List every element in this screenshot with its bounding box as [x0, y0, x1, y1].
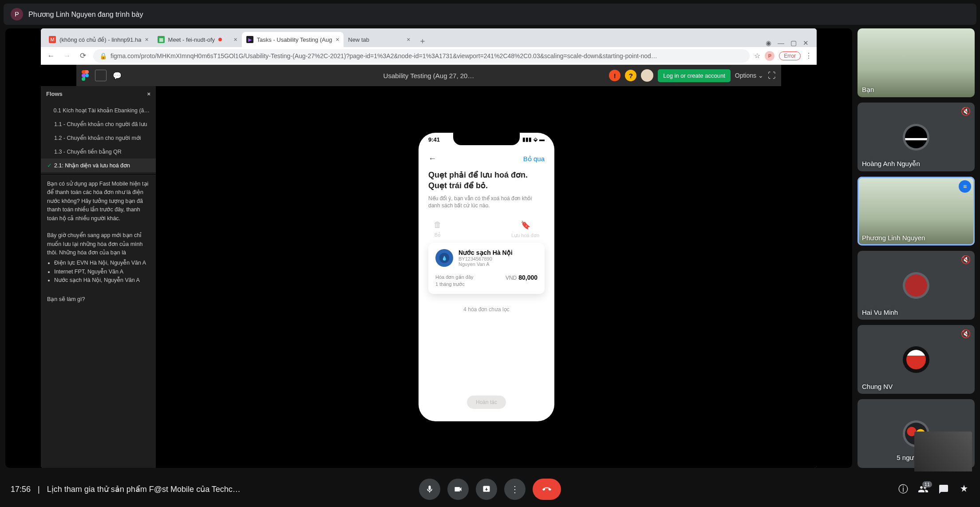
tab-label: Meet - fei-nudt-ofy — [168, 36, 215, 43]
tab-strip: M (không có chủ đề) - linhnp91.ha × ▦ Me… — [41, 28, 817, 47]
battery-icon: ▬ — [539, 136, 545, 143]
flow-item[interactable]: 0.1 Kích hoạt Tài khoản Ebanking (ă… — [41, 103, 156, 117]
options-dropdown[interactable]: Options ⌄ — [735, 72, 763, 79]
close-window-icon[interactable]: ✕ — [803, 39, 809, 47]
bill-amount: VND 80,000 — [506, 274, 537, 288]
leave-call-button[interactable] — [533, 479, 561, 500]
participant-name: Hoàng Anh Nguyễn — [862, 160, 920, 168]
close-icon[interactable]: × — [233, 36, 237, 43]
panel-toggle-button[interactable] — [95, 70, 107, 81]
participant-name: Chung NV — [862, 383, 893, 390]
flows-panel: Flows × 0.1 Kích hoạt Tài khoản Ebanking… — [41, 86, 156, 468]
flow-notes: Bạn có sử dụng app Fast Mobile hiện tại … — [41, 174, 156, 309]
maximize-icon[interactable]: ▢ — [790, 39, 797, 47]
phone-back-button[interactable]: ← — [428, 154, 436, 163]
phone-skip-button[interactable]: Bỏ qua — [523, 155, 545, 163]
close-icon[interactable]: × — [407, 36, 410, 43]
video-tile[interactable]: 🔇 Chung NV — [858, 325, 975, 394]
mic-muted-icon: 🔇 — [960, 254, 971, 265]
address-bar: ← → ⟳ 🔒 figma.com/proto/MHKmXImnqH0m6sT1… — [41, 47, 817, 65]
figma-file-title: Usability Testing (Aug 27, 20… — [383, 72, 474, 79]
meeting-title: Lịch tham gia thử sản phẩm F@st Mobile c… — [47, 484, 241, 494]
close-icon[interactable]: × — [145, 36, 148, 43]
meet-favicon: ▦ — [158, 36, 165, 43]
browser-tab[interactable]: ▶ Tasks - Usability Testing (Aug × — [242, 32, 344, 47]
screen-title: Quẹt trái để bỏ. — [428, 180, 545, 191]
participant-name: Phương Linh Nguyen — [862, 234, 925, 242]
screen-subtitle: Nếu đổi ý, bạn vẫn có thể xoá hoá đơn kh… — [428, 195, 545, 210]
url-bar[interactable]: 🔒 figma.com/proto/MHKmXImnqH0m6sT15GOl1G… — [93, 49, 750, 63]
camera-button[interactable] — [447, 479, 469, 500]
screen-title: Quẹt phải để lưu hoá đơn. — [428, 170, 545, 180]
browser-tab[interactable]: ▦ Meet - fei-nudt-ofy × — [153, 32, 242, 47]
help-icon[interactable]: ? — [625, 70, 636, 81]
swipe-left-hint: 🗑 Bỏ — [434, 220, 442, 238]
remaining-count: 4 hóa đơn chưa lọc — [428, 306, 545, 313]
shared-screen: M (không có chủ đề) - linhnp91.ha × ▦ Me… — [5, 28, 852, 468]
profile-avatar[interactable]: P — [765, 51, 775, 61]
bill-card[interactable]: 💧 Nước sạch Hà Nội BY1234567890 Nguyen V… — [428, 243, 545, 294]
wifi-icon: ⬙ — [533, 136, 537, 143]
fullscreen-icon[interactable]: ⛶ — [768, 71, 776, 80]
recording-indicator — [218, 38, 222, 41]
chevron-down-icon: ⌄ — [758, 72, 763, 79]
provider-logo: 💧 — [435, 249, 453, 267]
undo-button[interactable]: Hoàn tác — [467, 396, 506, 409]
bill-owner: Nguyen Van A — [458, 261, 513, 267]
chat-icon[interactable] — [938, 484, 949, 495]
present-button[interactable] — [476, 479, 497, 500]
reload-button[interactable]: ⟳ — [77, 50, 89, 62]
mic-button[interactable] — [419, 479, 440, 500]
checkmark-icon: ✓ — [47, 162, 51, 169]
minimize-icon[interactable]: — — [778, 39, 784, 47]
video-tile[interactable]: ≡ Phương Linh Nguyen — [858, 177, 975, 246]
video-tile[interactable]: 🔇 Hoàng Anh Nguyễn — [858, 103, 975, 171]
flow-item[interactable]: 1.3 - Chuyển tiền bằng QR — [41, 145, 156, 158]
flow-item[interactable]: ✓2.1: Nhận diện và lưu hoá đơn — [41, 158, 156, 172]
new-tab-button[interactable]: ＋ — [416, 35, 429, 47]
tab-label: (không có chủ đề) - linhnp91.ha — [59, 36, 141, 43]
flows-list: 0.1 Kích hoạt Tài khoản Ebanking (ă… 1.1… — [41, 102, 156, 174]
prototype-canvas[interactable]: 9:41 ▮▮▮ ⬙ ▬ ← — [156, 86, 817, 468]
flows-title: Flows — [46, 91, 63, 97]
participant-count-badge: 11 — [922, 481, 932, 487]
error-pill[interactable]: Error — [779, 51, 801, 60]
tab-label: New tab — [348, 36, 369, 43]
close-icon[interactable]: × — [147, 91, 150, 97]
main-area: M (không có chủ đề) - linhnp91.ha × ▦ Me… — [0, 28, 980, 473]
browser-window: M (không có chủ đề) - linhnp91.ha × ▦ Me… — [41, 28, 817, 468]
presenter-avatar: P — [11, 8, 23, 20]
chat-icon[interactable] — [113, 71, 122, 80]
nav-back-button[interactable]: ← — [45, 50, 57, 62]
more-options-button[interactable]: ⋮ — [504, 479, 526, 500]
account-icon[interactable]: ◉ — [766, 39, 771, 47]
participants-icon[interactable]: 11 — [918, 484, 929, 495]
browser-tab[interactable]: M (không có chủ đề) - linhnp91.ha × — [44, 32, 153, 47]
nav-forward-button[interactable]: → — [61, 50, 73, 62]
activities-icon[interactable] — [959, 484, 969, 495]
user-avatar[interactable] — [641, 69, 653, 82]
participants-column: Bạn 🔇 Hoàng Anh Nguyễn ≡ Phương Linh Ngu… — [858, 28, 975, 468]
self-view-pip[interactable] — [914, 432, 972, 476]
presenting-label: Phương Linh Nguyen đang trình bày — [28, 10, 143, 19]
clock-time: 17:56 — [11, 485, 31, 494]
flow-item[interactable]: 1.2 - Chuyển khoản cho người mới — [41, 131, 156, 145]
login-button[interactable]: Log in or create account — [658, 69, 730, 82]
browser-tab[interactable]: New tab × — [344, 32, 415, 47]
lock-icon: 🔒 — [99, 52, 107, 59]
video-tile[interactable]: Bạn — [858, 28, 975, 97]
bookmark-icon[interactable]: ☆ — [754, 51, 760, 60]
separator: | — [38, 485, 40, 494]
info-icon[interactable]: ⓘ — [898, 483, 908, 496]
close-icon[interactable]: × — [336, 36, 339, 43]
phone-mockup: 9:41 ▮▮▮ ⬙ ▬ ← — [413, 127, 560, 427]
figma-logo-icon[interactable] — [82, 70, 89, 81]
video-tile[interactable]: 🔇 Hai Vu Minh — [858, 251, 975, 320]
figma-topbar: Usability Testing (Aug 27, 20… ! ? Log i… — [76, 65, 781, 86]
warning-icon[interactable]: ! — [609, 70, 620, 81]
kebab-icon[interactable]: ⋮ — [805, 51, 812, 60]
tab-label: Tasks - Usability Testing (Aug — [257, 36, 332, 43]
recent-time: 1 tháng trước — [435, 281, 474, 288]
gmail-favicon: M — [49, 36, 56, 43]
flow-item[interactable]: 1.1 - Chuyển khoản cho người đã lưu — [41, 117, 156, 131]
